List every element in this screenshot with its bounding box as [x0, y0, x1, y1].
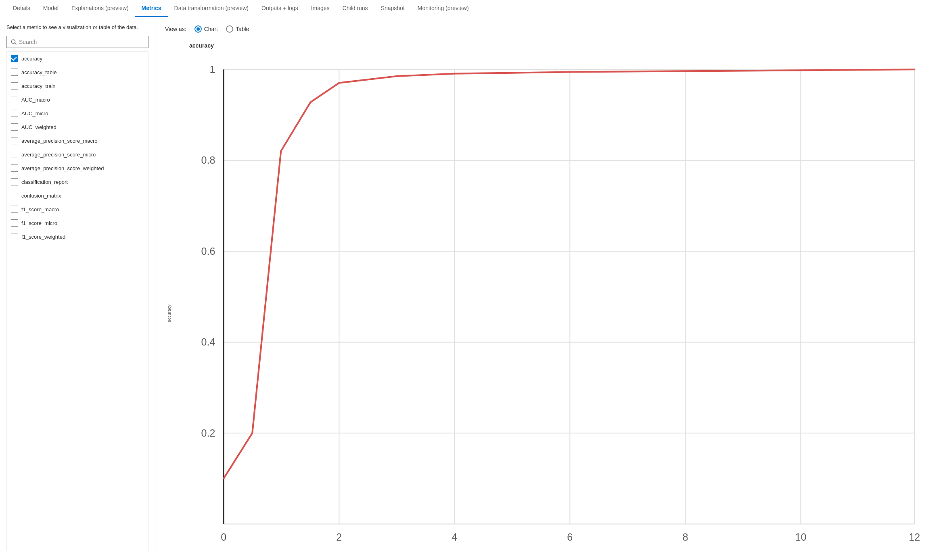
- metric-checkbox-average_precision_score_micro[interactable]: [11, 151, 18, 158]
- metric-checkbox-AUC_macro[interactable]: [11, 96, 18, 103]
- panel-description: Select a metric to see a visualization o…: [6, 24, 148, 31]
- svg-text:0: 0: [221, 531, 226, 543]
- tab-data-transformation[interactable]: Data transformation (preview): [168, 0, 255, 17]
- chart-radio-circle: [194, 25, 202, 33]
- svg-text:4: 4: [452, 531, 457, 543]
- tab-images[interactable]: Images: [305, 0, 336, 17]
- metric-checkbox-f1_score_micro[interactable]: [11, 219, 18, 227]
- metric-item-classification_report[interactable]: classification_report: [7, 175, 148, 189]
- metric-item-AUC_micro[interactable]: AUC_micro: [7, 106, 148, 120]
- metric-label-accuracy_train: accuracy_train: [21, 83, 56, 89]
- search-icon: [11, 39, 17, 45]
- metric-label-classification_report: classification_report: [21, 179, 68, 185]
- tab-details[interactable]: Details: [6, 0, 37, 17]
- svg-text:0.2: 0.2: [201, 427, 215, 439]
- view-as-label: View as:: [165, 26, 186, 32]
- svg-text:1: 1: [209, 64, 215, 75]
- search-input[interactable]: [19, 39, 144, 45]
- chart-wrapper: accuracy: [165, 52, 931, 558]
- main-layout: Select a metric to see a visualization o…: [0, 17, 941, 558]
- tab-explanations[interactable]: Explanations (preview): [65, 0, 135, 17]
- y-axis-label: accuracy: [165, 52, 173, 558]
- metric-label-f1_score_macro: f1_score_macro: [21, 206, 59, 212]
- tab-monitoring[interactable]: Monitoring (preview): [411, 0, 475, 17]
- tab-outputs-logs[interactable]: Outputs + logs: [255, 0, 305, 17]
- chart-radio-label: Chart: [204, 26, 218, 32]
- table-radio-option[interactable]: Table: [226, 25, 249, 33]
- svg-text:0.4: 0.4: [201, 336, 215, 348]
- svg-text:8: 8: [682, 531, 688, 543]
- chart-title: accuracy: [189, 42, 931, 49]
- metric-label-average_precision_score_weighted: average_precision_score_weighted: [21, 165, 104, 171]
- metric-checkbox-AUC_weighted[interactable]: [11, 123, 18, 131]
- svg-line-1: [15, 43, 17, 45]
- chart-svg: 1 0.8 0.6 0.4 0.2 0 2 4 6 8 10 12: [173, 52, 931, 558]
- view-as-row: View as: Chart Table: [165, 25, 931, 33]
- tab-metrics[interactable]: Metrics: [135, 0, 168, 17]
- metric-label-f1_score_weighted: f1_score_weighted: [21, 234, 65, 240]
- svg-text:0.8: 0.8: [201, 154, 215, 166]
- metric-item-confusion_matrix[interactable]: confusion_matrix: [7, 189, 148, 202]
- left-panel: Select a metric to see a visualization o…: [0, 17, 155, 558]
- metric-checkbox-AUC_micro[interactable]: [11, 110, 18, 117]
- metric-label-AUC_weighted: AUC_weighted: [21, 124, 56, 130]
- metric-item-average_precision_score_weighted[interactable]: average_precision_score_weighted: [7, 161, 148, 175]
- metric-checkbox-accuracy_table[interactable]: [11, 69, 18, 76]
- chart-container: accuracy accuracy: [165, 42, 931, 558]
- metric-label-average_precision_score_macro: average_precision_score_macro: [21, 138, 98, 144]
- metric-label-accuracy: accuracy: [21, 56, 42, 62]
- metric-item-accuracy[interactable]: accuracy: [7, 52, 148, 65]
- metric-item-average_precision_score_micro[interactable]: average_precision_score_micro: [7, 148, 148, 161]
- metric-label-accuracy_table: accuracy_table: [21, 69, 56, 75]
- search-box[interactable]: [6, 36, 148, 48]
- metric-item-AUC_macro[interactable]: AUC_macro: [7, 93, 148, 106]
- table-radio-circle: [226, 25, 233, 33]
- table-radio-label: Table: [236, 26, 249, 32]
- metric-checkbox-f1_score_macro[interactable]: [11, 206, 18, 213]
- chart-radio-option[interactable]: Chart: [194, 25, 218, 33]
- metric-checkbox-average_precision_score_weighted[interactable]: [11, 164, 18, 172]
- right-panel: View as: Chart Table accuracy accuracy: [155, 17, 941, 558]
- metric-item-f1_score_micro[interactable]: f1_score_micro: [7, 216, 148, 230]
- metric-checkbox-confusion_matrix[interactable]: [11, 192, 18, 199]
- metric-label-confusion_matrix: confusion_matrix: [21, 193, 61, 199]
- svg-text:0.6: 0.6: [201, 246, 215, 257]
- metric-checkbox-classification_report[interactable]: [11, 178, 18, 185]
- metrics-list: accuracyaccuracy_tableaccuracy_trainAUC_…: [6, 51, 148, 551]
- svg-text:6: 6: [567, 531, 573, 543]
- nav-tabs: DetailsModelExplanations (preview)Metric…: [0, 0, 941, 17]
- tab-model[interactable]: Model: [37, 0, 65, 17]
- metric-item-accuracy_table[interactable]: accuracy_table: [7, 65, 148, 79]
- metric-label-AUC_micro: AUC_micro: [21, 110, 48, 117]
- svg-text:12: 12: [909, 531, 920, 543]
- metric-label-average_precision_score_micro: average_precision_score_micro: [21, 152, 96, 158]
- metric-item-AUC_weighted[interactable]: AUC_weighted: [7, 120, 148, 134]
- chart-svg-area: 1 0.8 0.6 0.4 0.2 0 2 4 6 8 10 12: [173, 52, 931, 558]
- tab-child-runs[interactable]: Child runs: [336, 0, 374, 17]
- metric-checkbox-f1_score_weighted[interactable]: [11, 233, 18, 240]
- metric-checkbox-accuracy[interactable]: [11, 55, 18, 62]
- tab-snapshot[interactable]: Snapshot: [374, 0, 411, 17]
- metric-item-average_precision_score_macro[interactable]: average_precision_score_macro: [7, 134, 148, 148]
- metric-label-f1_score_micro: f1_score_micro: [21, 220, 57, 226]
- metric-checkbox-accuracy_train[interactable]: [11, 82, 18, 90]
- metric-item-accuracy_train[interactable]: accuracy_train: [7, 79, 148, 93]
- metric-checkbox-average_precision_score_macro[interactable]: [11, 137, 18, 144]
- metric-label-AUC_macro: AUC_macro: [21, 97, 50, 103]
- svg-text:2: 2: [336, 531, 342, 543]
- metric-item-f1_score_macro[interactable]: f1_score_macro: [7, 202, 148, 216]
- svg-text:10: 10: [795, 531, 806, 543]
- metric-item-f1_score_weighted[interactable]: f1_score_weighted: [7, 230, 148, 244]
